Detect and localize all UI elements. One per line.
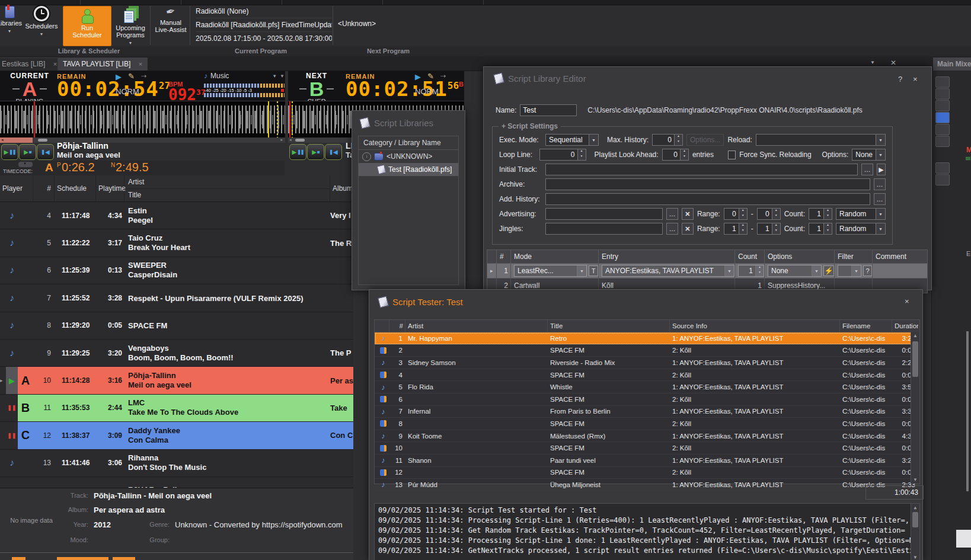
- clear-button[interactable]: ✕: [682, 208, 694, 220]
- deck-b-playstop-button[interactable]: ▶■: [307, 144, 324, 160]
- playlist-row[interactable]: ▸ ♪ ▶ ❚❚ 6 11:25:39 0:13 SWEEPER CasperD…: [0, 257, 353, 284]
- jin-mode-select[interactable]: Random▼: [836, 223, 886, 235]
- jin-range-to-stepper[interactable]: 1▲▼: [757, 223, 781, 235]
- deck-b-play-icon[interactable]: ▶: [415, 72, 421, 81]
- deck-a-playstop-button[interactable]: ▶■: [19, 144, 36, 160]
- jin-range-from-stepper[interactable]: 1▲▼: [724, 223, 748, 235]
- tester-row[interactable]: ♪ 3 Sidney Samson Riverside - Radio Mix …: [375, 357, 919, 369]
- play-preview-button[interactable]: ▶: [877, 164, 886, 175]
- name-input[interactable]: Test: [520, 104, 577, 116]
- filter-select[interactable]: ▼: [838, 265, 861, 277]
- adv-count-stepper[interactable]: 1▲▼: [809, 208, 832, 220]
- tester-row[interactable]: ♪ 10 SPACE FM 2: Kõll C:\Users\c-dis 0:0…: [375, 442, 919, 455]
- deck-a-playpause-button[interactable]: ▶❚❚: [1, 144, 18, 160]
- max-history-stepper[interactable]: 0▲▼: [652, 134, 683, 146]
- help-button[interactable]: ?: [898, 75, 902, 84]
- archive-field[interactable]: [545, 178, 870, 190]
- deck-a-edit-icon[interactable]: ✎: [128, 72, 135, 81]
- initial-track-field[interactable]: [545, 164, 858, 175]
- col-playtime[interactable]: Playtime: [96, 175, 124, 201]
- tester-row[interactable]: ♪ 9 Koit Toome Mälestused (Rmx) 1: ANYOF…: [375, 430, 919, 443]
- count-stepper[interactable]: 1▲▼: [738, 265, 764, 277]
- browse-button[interactable]: …: [874, 193, 886, 205]
- playlist-row[interactable]: ▸ ♪ ▶ ❚❚ C 12 11:38:37 3:09 Daddy Yankee…: [0, 422, 353, 449]
- adv-range-to-stepper[interactable]: 0▲▼: [757, 208, 781, 220]
- playlist-row[interactable]: ▸ ♪ ▶ ❚❚ 9 11:29:25 3:20 Vengaboys Boom,…: [0, 340, 353, 367]
- reload-select[interactable]: ▼: [756, 134, 886, 146]
- run-line-button[interactable]: ⚡: [823, 265, 834, 276]
- playlist-row[interactable]: ▸ ♪ ▶ ❚❚ 5 11:22:22 3:17 Taio Cruz Break…: [0, 229, 353, 257]
- col-schedule[interactable]: Schedule: [55, 175, 96, 201]
- filter-help-button[interactable]: ?: [863, 265, 872, 276]
- force-sync-checkbox[interactable]: [728, 151, 736, 159]
- entry-select[interactable]: ANYOF:Eestikas, TAVA PLAYLIST▼: [602, 265, 734, 277]
- mode-select[interactable]: LeastRec...▼: [514, 265, 587, 277]
- schedulers-button[interactable]: Schedulers ▼: [23, 6, 60, 38]
- upcoming-programs-button[interactable]: Upcoming Programs ▼: [113, 6, 148, 47]
- advertising-field[interactable]: [545, 208, 663, 220]
- tester-log[interactable]: 09/02/2025 11:14:34: Script Test started…: [374, 503, 920, 560]
- expand-icon[interactable]: ↓: [362, 152, 371, 161]
- tester-scrollbar[interactable]: ▲ ▼: [911, 332, 919, 484]
- options-select[interactable]: None▼: [768, 265, 822, 277]
- adv-mode-select[interactable]: Random▼: [836, 208, 886, 220]
- mixer-selected-cell[interactable]: [935, 112, 950, 123]
- deck-a-skipback-button[interactable]: ❚◀: [37, 144, 54, 160]
- playlist-row[interactable]: ▸ ♪ ▶ ❚❚ 14 11:44:51 3:11 R3HAB x Pelica…: [0, 477, 353, 488]
- deck-a-play-icon[interactable]: ▶: [116, 72, 122, 81]
- bottom-button-stub[interactable]: [57, 557, 108, 560]
- scrollbar-thumb[interactable]: [912, 512, 918, 527]
- tab-tava-playlist-lib[interactable]: TAVA PLAYLIST [LIB] ×: [58, 57, 148, 71]
- deck-b-playpause-button[interactable]: ▶❚❚: [289, 144, 306, 160]
- browse-button[interactable]: …: [861, 164, 873, 175]
- browse-button[interactable]: …: [874, 178, 886, 190]
- deck-a-category-select[interactable]: ♪ Music ▼ ▼: [204, 72, 285, 80]
- adv-range-from-stepper[interactable]: 0▲▼: [724, 208, 748, 220]
- tester-row[interactable]: ♪ 5 Flo Rida Whistle 1: ANYOF:Eestikas, …: [375, 381, 919, 393]
- deck-a-waveform[interactable]: [0, 101, 285, 138]
- deck-b-skipback-button[interactable]: ❚◀: [325, 144, 342, 160]
- jingles-field[interactable]: [545, 223, 663, 235]
- manual-live-assist-button[interactable]: ✒ Manual Live-Assist: [153, 6, 189, 33]
- run-scheduler-button[interactable]: Run Scheduler: [63, 6, 111, 46]
- chevron-down-icon[interactable]: ▼: [280, 73, 285, 79]
- timecode-slider[interactable]: [18, 162, 33, 167]
- playlist-row[interactable]: ▸ ♪ ▶ ❚❚ 13 11:41:46 3:06 Rihanna Don't …: [0, 450, 353, 477]
- deck-a-scrollbar[interactable]: ◂ ▸: [0, 137, 285, 143]
- tester-row[interactable]: ♪ 11 Shanon Paar tundi veel 1: ANYOF:Ees…: [375, 455, 919, 467]
- log-scrollbar[interactable]: ▲ ▼: [911, 504, 919, 560]
- script-lines-header[interactable]: # Mode Entry Count Options Filter Commen…: [487, 249, 928, 264]
- script-line-row-1[interactable]: ▸ 1 LeastRec...▼ T ANYOF:Eestikas, TAVA …: [487, 264, 928, 279]
- main-mixer-tab[interactable]: Main Mixer: [933, 57, 971, 71]
- playlist-row[interactable]: ▸ ♪ ▶ ❚❚ 4 11:17:48 4:34 Estin Peegel Ve…: [0, 202, 353, 229]
- playlist-row[interactable]: ▸ ♪ ▶ ❚❚ 7 11:25:52 3:28 Respekt - Upun …: [0, 284, 353, 312]
- scroll-up-icon[interactable]: ▲: [911, 504, 919, 511]
- tester-row[interactable]: ♪ 4 SPACE FM 2: Kõll C:\Users\c-dis 0:06: [375, 369, 919, 382]
- clear-button[interactable]: ✕: [682, 223, 694, 235]
- tree-node-test[interactable]: Test [Raadiokõll.pfs]: [359, 163, 458, 176]
- t-button[interactable]: T: [589, 265, 598, 276]
- tab-eestikas-lib[interactable]: Eestikas [LIB] ×: [0, 57, 62, 71]
- scroll-down-icon[interactable]: ▼: [911, 553, 919, 560]
- bottom-button-stub[interactable]: [113, 557, 135, 560]
- tester-row[interactable]: ♪ 6 SPACE FM 2: Kõll C:\Users\c-dis 0:06: [375, 393, 919, 406]
- exec-mode-select[interactable]: Sequential▼: [545, 134, 599, 146]
- close-icon[interactable]: ×: [139, 60, 142, 68]
- tester-row[interactable]: ♪ 8 SPACE FM 2: Kõll C:\Users\c-dis 0:06: [375, 418, 919, 430]
- tester-row[interactable]: ♪ 7 Infernal From Paris to Berlin 1: ANY…: [375, 406, 919, 418]
- playlist-header[interactable]: Player # Schedule Playtime Artist Title …: [0, 175, 353, 202]
- mixer-scrollbar-fragment[interactable]: [966, 331, 969, 491]
- scroll-down-icon[interactable]: ▼: [911, 476, 919, 484]
- col-album[interactable]: Album: [330, 175, 353, 201]
- playlist-row[interactable]: ▸ ♪ ▶ ❚❚ 8 11:29:20 0:05 SPACE FM: [0, 312, 353, 340]
- scrollbar-thumb[interactable]: [912, 341, 918, 377]
- col-artist-title[interactable]: Artist Title: [124, 175, 330, 201]
- add-history-field[interactable]: [545, 193, 870, 205]
- tester-row[interactable]: ♪ 1 Mr. Happyman Retro 1: ANYOF:Eestikas…: [375, 332, 919, 345]
- tester-row[interactable]: ♪ 12 SPACE FM 2: Kõll C:\Users\c-dis 0:0…: [375, 467, 919, 479]
- col-num[interactable]: #: [33, 175, 55, 201]
- jin-count-stepper[interactable]: 1▲▼: [809, 223, 832, 235]
- options-select[interactable]: None▼: [852, 149, 886, 161]
- deck-b-edit-icon[interactable]: ✎: [427, 72, 434, 81]
- tab-list-dropdown-icon[interactable]: ▼: [870, 60, 875, 65]
